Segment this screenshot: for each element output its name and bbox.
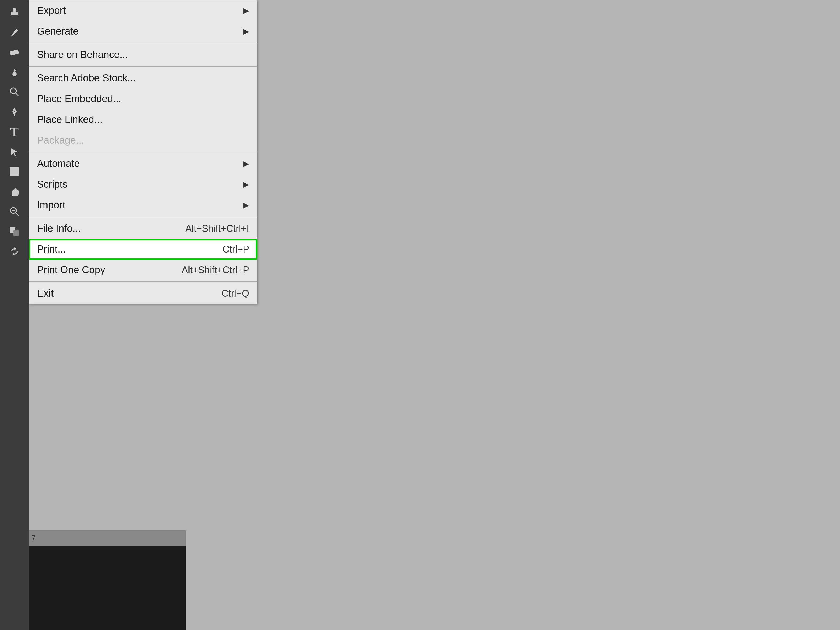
layer-tool[interactable]: [5, 222, 24, 241]
eraser-tool[interactable]: [5, 43, 24, 62]
rectangle-tool[interactable]: [5, 162, 24, 181]
svg-rect-7: [10, 167, 19, 176]
menu-item-share-on-behance---[interactable]: Share on Behance...: [29, 44, 257, 65]
dropper-tool[interactable]: [5, 63, 24, 81]
svg-rect-12: [13, 231, 19, 236]
dropdown-menu: Export▶Generate▶Share on Behance...Searc…: [29, 0, 257, 304]
menu-separator: [29, 66, 257, 67]
menu-separator: [29, 216, 257, 217]
menu-item-import[interactable]: Import▶: [29, 195, 257, 216]
toolbar: T: [0, 0, 29, 630]
menu-item-place-embedded---[interactable]: Place Embedded...: [29, 88, 257, 109]
menu-item-label: Generate: [37, 26, 79, 37]
pen-tool[interactable]: [5, 103, 24, 121]
menu-item-automate[interactable]: Automate▶: [29, 153, 257, 174]
stamp-tool[interactable]: [5, 3, 24, 22]
menu-item-scripts[interactable]: Scripts▶: [29, 174, 257, 195]
brush-tool[interactable]: [5, 22, 24, 41]
menu-item-shortcut: Alt+Shift+Ctrl+I: [185, 223, 249, 234]
menu-item-label: Print One Copy: [37, 264, 105, 276]
menu-item-label: Place Embedded...: [37, 93, 121, 104]
menu-item-exit[interactable]: ExitCtrl+Q: [29, 283, 257, 304]
menu-item-label: Place Linked...: [37, 114, 103, 125]
menu-item-label: Import: [37, 199, 65, 211]
menu-item-package---[interactable]: Package...: [29, 130, 257, 151]
ruler-number: 7: [32, 534, 36, 542]
menu-separator: [29, 43, 257, 43]
menu-item-shortcut: Ctrl+Q: [221, 288, 249, 299]
zoom-tool[interactable]: [5, 202, 24, 221]
menu-item-label: Print...: [37, 243, 66, 255]
svg-point-6: [14, 111, 15, 112]
submenu-arrow-icon: ▶: [243, 159, 249, 168]
text-tool[interactable]: T: [5, 122, 24, 141]
svg-rect-1: [13, 8, 16, 12]
menu-separator: [29, 152, 257, 152]
svg-point-3: [12, 72, 17, 76]
menu-item-search-adobe-stock---[interactable]: Search Adobe Stock...: [29, 68, 257, 88]
menu-item-export[interactable]: Export▶: [29, 0, 257, 21]
menu-item-label: Export: [37, 5, 66, 16]
menu-separator: [29, 281, 257, 282]
menu-item-place-linked---[interactable]: Place Linked...: [29, 109, 257, 130]
submenu-arrow-icon: ▶: [243, 180, 249, 189]
canvas-ruler: 7: [29, 530, 186, 546]
svg-rect-0: [11, 11, 18, 15]
submenu-arrow-icon: ▶: [243, 27, 249, 36]
svg-line-9: [16, 213, 19, 216]
hand-tool[interactable]: [5, 182, 24, 201]
submenu-arrow-icon: ▶: [243, 6, 249, 15]
menu-item-label: Package...: [37, 135, 84, 146]
menu-item-shortcut: Alt+Shift+Ctrl+P: [182, 265, 249, 276]
menu-item-shortcut: Ctrl+P: [223, 244, 249, 255]
menu-item-file-info---[interactable]: File Info...Alt+Shift+Ctrl+I: [29, 218, 257, 239]
menu-item-label: Search Adobe Stock...: [37, 73, 136, 84]
svg-point-4: [11, 88, 16, 94]
menu-item-label: File Info...: [37, 223, 81, 234]
canvas-area: [29, 546, 186, 630]
menu-item-label: Share on Behance...: [37, 49, 128, 60]
menu-item-label: Scripts: [37, 179, 68, 190]
menu-item-print-one-copy[interactable]: Print One CopyAlt+Shift+Ctrl+P: [29, 260, 257, 280]
magnify-tool[interactable]: [5, 82, 24, 101]
selection-tool[interactable]: [5, 142, 24, 161]
menu-item-label: Exit: [37, 288, 54, 299]
menu-item-label: Automate: [37, 158, 80, 169]
svg-line-5: [16, 93, 19, 96]
submenu-arrow-icon: ▶: [243, 201, 249, 210]
menu-item-generate[interactable]: Generate▶: [29, 21, 257, 42]
rotate-tool[interactable]: [5, 242, 24, 261]
svg-rect-2: [10, 49, 19, 56]
menu-item-print---[interactable]: Print...Ctrl+P: [29, 239, 257, 260]
